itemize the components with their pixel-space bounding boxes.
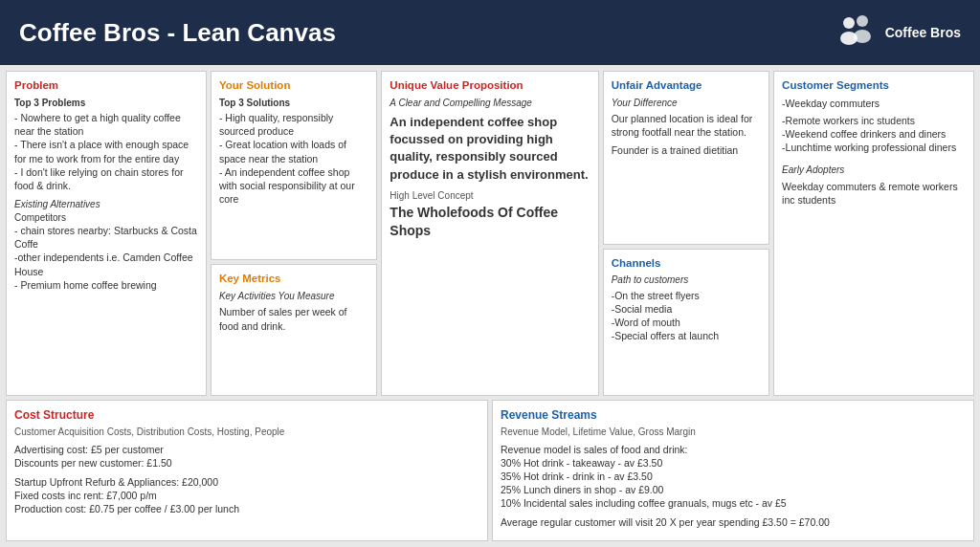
- customer-title: Customer Segments: [782, 78, 966, 94]
- cost-title: Cost Structure: [14, 407, 479, 423]
- customer-item-2: -Remote workers inc students: [782, 114, 966, 127]
- revenue-line4: 25% Lunch diners in shop - av £9.00: [501, 483, 966, 496]
- problem-title: Problem: [14, 78, 198, 94]
- cost-line6: Production cost: £0.75 per coffee / £3.0…: [14, 502, 479, 515]
- cost-subtitle: Customer Acquisition Costs, Distribution…: [14, 426, 479, 439]
- logo-area: Coffee Bros: [835, 11, 961, 54]
- svg-point-2: [857, 15, 868, 27]
- revenue-cell: Revenue Streams Revenue Model, Lifetime …: [492, 400, 974, 541]
- customer-item-4: -Lunchtime working professional diners: [782, 141, 966, 154]
- competitor-2: -other independents i.e. Camden Coffee H…: [14, 251, 198, 277]
- metrics-subtitle: Key Activities You Measure: [219, 290, 368, 303]
- problem-item-3: - I don't like relying on chain stores f…: [14, 165, 198, 192]
- solution-item-1: - High quality, responsibly sourced prod…: [219, 111, 368, 138]
- page: Coffee Bros - Lean Canvas Coffee Bros Pr…: [0, 0, 980, 547]
- logo-icon: [835, 11, 878, 54]
- cost-line1: Advertising cost: £5 per customer: [14, 443, 479, 456]
- metrics-cell: Key Metrics Key Activities You Measure N…: [211, 264, 377, 396]
- solution-title: Your Solution: [219, 78, 368, 94]
- uvp-cell: Unique Value Proposition A Clear and Com…: [381, 71, 598, 396]
- canvas-area: Problem Top 3 Problems - Nowhere to get …: [0, 65, 980, 547]
- channels-cell: Channels Path to customers -On the stree…: [603, 249, 769, 396]
- early-adopters-value: Weekday commuters & remote workers inc s…: [782, 180, 966, 207]
- revenue-line2: 30% Hot drink - takeaway - av £3.50: [501, 456, 966, 470]
- metrics-title: Key Metrics: [219, 272, 368, 287]
- unfair-subtitle: Your Difference: [612, 97, 761, 110]
- solution-item-2: - Great location with loads of space nea…: [219, 138, 368, 164]
- cost-line5: Fixed costs inc rent: £7,000 p/m: [14, 489, 479, 502]
- svg-point-3: [854, 30, 871, 43]
- solution-item-3: - An independent coffee shop with social…: [219, 165, 368, 207]
- channel-4: -Special offers at launch: [612, 329, 761, 342]
- channels-subtitle: Path to customers: [612, 274, 761, 287]
- uvp-big-text: An independent coffee shop focussed on p…: [390, 114, 590, 184]
- channel-1: -On the street flyers: [612, 289, 761, 302]
- competitor-1: - chain stores nearby: Starbucks & Costa…: [14, 224, 198, 251]
- revenue-line5: 10% Incidental sales including coffee gr…: [501, 496, 966, 510]
- solution-column: Your Solution Top 3 Solutions - High qua…: [211, 71, 377, 396]
- uvp-concept-value: The Wholefoods Of Coffee Shops: [390, 204, 590, 240]
- cost-line4: Startup Upfront Refurb & Appliances: £20…: [14, 475, 479, 489]
- unfair-title: Unfair Advantage: [612, 78, 761, 94]
- unfair-cell: Unfair Advantage Your Difference Our pla…: [603, 71, 769, 245]
- solution-subtitle: Top 3 Solutions: [219, 97, 368, 110]
- metrics-body: Number of sales per week of food and dri…: [219, 305, 368, 332]
- channels-title: Channels: [612, 256, 761, 272]
- customer-item-3: -Weekend coffee drinkers and diners: [782, 127, 966, 141]
- revenue-line3: 35% Hot drink - drink in - av £3.50: [501, 470, 966, 483]
- problem-cell: Problem Top 3 Problems - Nowhere to get …: [6, 71, 207, 396]
- cost-cell: Cost Structure Customer Acquisition Cost…: [6, 400, 488, 541]
- problem-subtitle: Top 3 Problems: [14, 97, 198, 110]
- svg-point-0: [843, 17, 855, 29]
- revenue-subtitle: Revenue Model, Lifetime Value, Gross Mar…: [501, 426, 966, 439]
- cost-line2: Discounts per new customer: £1.50: [14, 456, 479, 470]
- channel-2: -Social media: [612, 302, 761, 316]
- uvp-subtitle: A Clear and Compelling Message: [390, 97, 590, 110]
- customer-item-1: -Weekday commuters: [782, 97, 966, 110]
- solution-cell: Your Solution Top 3 Solutions - High qua…: [211, 71, 377, 260]
- header: Coffee Bros - Lean Canvas Coffee Bros: [0, 0, 980, 65]
- existing-label: Existing Alternatives: [14, 198, 198, 211]
- page-title: Coffee Bros - Lean Canvas: [19, 18, 336, 48]
- customer-cell: Customer Segments -Weekday commuters -Re…: [773, 71, 974, 396]
- uvp-concept-label: High Level Concept: [390, 189, 590, 203]
- revenue-line1: Revenue model is sales of food and drink…: [501, 443, 966, 456]
- unfair-body: Our planned location is ideal for strong…: [612, 112, 761, 139]
- logo-text: Coffee Bros: [885, 25, 961, 41]
- top-section: Problem Top 3 Problems - Nowhere to get …: [6, 71, 974, 396]
- channel-3: -Word of mouth: [612, 316, 761, 329]
- early-adopters-label: Early Adopters: [782, 164, 966, 177]
- problem-item-1: - Nowhere to get a high quality coffee n…: [14, 111, 198, 138]
- uvp-title: Unique Value Proposition: [390, 78, 590, 94]
- unfair-extra: Founder is a trained dietitian: [612, 143, 761, 157]
- revenue-title: Revenue Streams: [501, 407, 966, 423]
- problem-item-2: - There isn't a place with enough space …: [14, 138, 198, 164]
- revenue-line7: Average regular customer will visit 20 X…: [501, 515, 966, 529]
- bottom-section: Cost Structure Customer Acquisition Cost…: [6, 400, 974, 541]
- unfair-column: Unfair Advantage Your Difference Our pla…: [603, 71, 769, 396]
- competitor-3: - Premium home coffee brewing: [14, 278, 198, 292]
- competitors-label: Competitors: [14, 211, 198, 225]
